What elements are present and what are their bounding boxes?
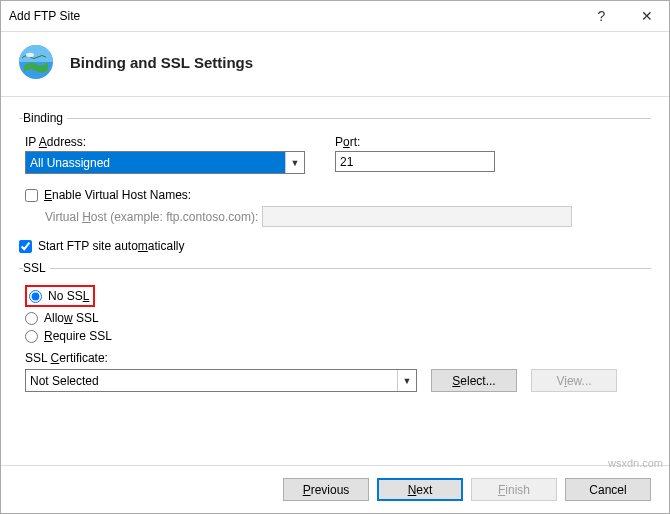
enable-virtual-host-checkbox[interactable] [25,189,38,202]
next-button[interactable]: Next [377,478,463,501]
start-automatically-label: Start FTP site automatically [38,239,185,253]
previous-button[interactable]: Previous [283,478,369,501]
virtual-host-label: Virtual Host (example: ftp.contoso.com): [45,210,262,224]
dialog-window: Add FTP Site ? ✕ Binding and SSL Setting… [0,0,670,514]
ip-address-combo[interactable]: ▼ [25,151,305,174]
dialog-header: Binding and SSL Settings [1,32,669,97]
cancel-button[interactable]: Cancel [565,478,651,501]
svg-point-1 [26,53,34,57]
ssl-cert-input[interactable] [26,370,397,391]
titlebar: Add FTP Site ? ✕ [1,1,669,32]
dialog-footer: Previous Next Finish Cancel [1,465,669,513]
require-ssl-radio[interactable] [25,330,38,343]
window-title: Add FTP Site [1,9,579,23]
require-ssl-label: Require SSL [44,329,112,343]
no-ssl-radio[interactable] [29,290,42,303]
view-cert-button: View... [531,369,617,392]
ip-address-label: IP Address: [25,135,305,149]
binding-legend: Binding [23,111,67,125]
chevron-down-icon[interactable]: ▼ [397,370,416,391]
ssl-cert-combo[interactable]: ▼ [25,369,417,392]
enable-virtual-host-label: Enable Virtual Host Names: [44,188,191,202]
dialog-heading: Binding and SSL Settings [70,54,253,71]
close-button[interactable]: ✕ [624,1,669,31]
ssl-group: SSL No SSL Allow SSL Require SSL [19,261,651,398]
chevron-down-icon[interactable]: ▼ [285,152,304,173]
dialog-body: Binding IP Address: ▼ Port: [1,97,669,465]
allow-ssl-label: Allow SSL [44,311,99,325]
select-cert-button[interactable]: Select... [431,369,517,392]
virtual-host-input [262,206,572,227]
binding-group: Binding IP Address: ▼ Port: [19,111,651,233]
ssl-cert-label: SSL Certificate: [25,351,645,365]
no-ssl-label: No SSL [48,289,89,303]
start-automatically-checkbox[interactable] [19,240,32,253]
port-label: Port: [335,135,495,149]
help-button[interactable]: ? [579,1,624,31]
finish-button: Finish [471,478,557,501]
globe-icon [16,42,56,82]
ssl-legend: SSL [23,261,50,275]
no-ssl-highlight: No SSL [25,285,95,307]
ip-address-input[interactable] [26,152,285,173]
port-input[interactable] [335,151,495,172]
allow-ssl-radio[interactable] [25,312,38,325]
